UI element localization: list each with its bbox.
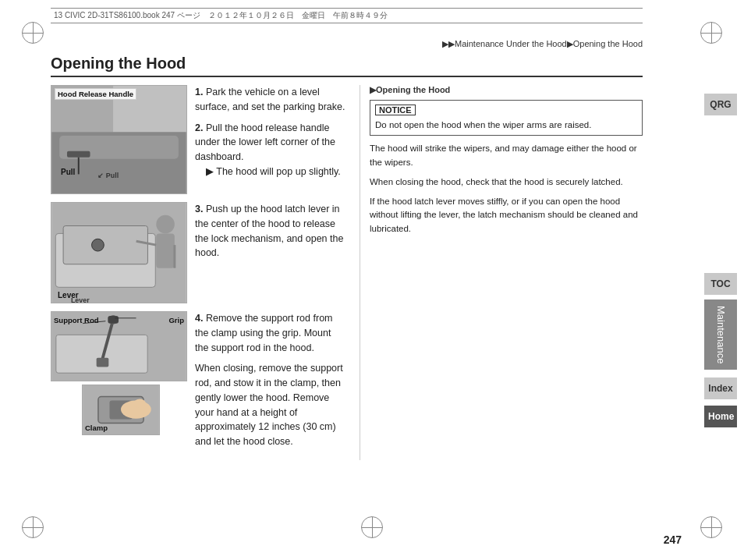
page-number: 247 [664, 533, 682, 546]
support-rod-label: Support Rod [54, 316, 99, 324]
svg-rect-3 [67, 151, 90, 158]
corner-crosshair-tl [22, 22, 44, 44]
svg-point-15 [92, 239, 105, 251]
nav-toc-button[interactable]: TOC [704, 273, 737, 295]
support-rod-images: Support Rod Grip [51, 311, 187, 455]
file-metadata: 13 CIVIC 2D-31TS86100.book 247 ページ ２０１２年… [51, 8, 643, 23]
grip-label: Grip [168, 316, 184, 324]
svg-text:↙ Pull: ↙ Pull [97, 172, 119, 179]
steps-4-block: 4. Remove the support rod from the clamp… [195, 311, 347, 455]
section-row-3: Support Rod Grip [51, 311, 347, 455]
svg-point-11 [156, 215, 175, 234]
lever-label: Lever [58, 291, 79, 299]
step-3-block: 3. Push up the hood latch lever in the c… [195, 202, 347, 307]
side-navigation: QRG TOC Maintenance Index Home [697, 0, 744, 560]
section-row-1: ↙ Pull Hood Release Handle Pull 1. Park … [51, 85, 347, 197]
support-rod-main-image: Support Rod Grip [51, 311, 187, 381]
right-text-3: If the hood latch lever moves stiffly, o… [370, 195, 643, 236]
closing-text: When closing, remove the support rod, an… [195, 361, 347, 449]
lever-image: Lever Lever [51, 202, 187, 303]
notice-box: NOTICE Do not open the hood when the wip… [370, 100, 643, 136]
section-row-2: Lever Lever 3. Push up the hood latch le… [51, 202, 347, 307]
lever-svg: Lever [51, 203, 186, 303]
nav-qrg-button[interactable]: QRG [704, 94, 737, 115]
right-section-title: ▶Opening the Hood [370, 85, 643, 95]
right-text-2: When closing the hood, check that the ho… [370, 175, 643, 189]
right-text-1: The hood will strike the wipers, and may… [370, 142, 643, 169]
notice-text: Do not open the hood when the wiper arms… [375, 119, 637, 132]
svg-point-29 [133, 399, 146, 408]
step-1: 1. Park the vehicle on a level surface, … [195, 85, 347, 115]
svg-rect-21 [108, 316, 119, 324]
svg-rect-18 [56, 335, 147, 373]
clamp-image: Clamp [82, 385, 160, 435]
steps-1-2: 1. Park the vehicle on a level surface, … [195, 85, 347, 197]
clamp-label: Clamp [85, 424, 108, 432]
hood-release-image: ↙ Pull Hood Release Handle Pull [51, 85, 187, 194]
hood-release-label: Hood Release Handle [55, 88, 136, 100]
step-2: 2. Pull the hood release handle under th… [195, 121, 347, 179]
page-title: Opening the Hood [51, 55, 643, 77]
step-3: 3. Push up the hood latch lever in the c… [195, 202, 347, 261]
notice-label: NOTICE [375, 105, 416, 115]
left-column: ↙ Pull Hood Release Handle Pull 1. Park … [51, 85, 347, 460]
corner-crosshair-bl [22, 516, 44, 538]
svg-rect-10 [63, 226, 147, 264]
step-4: 4. Remove the support rod from the clamp… [195, 311, 347, 355]
right-column: ▶Opening the Hood NOTICE Do not open the… [360, 85, 643, 460]
pull-label: Pull [61, 168, 75, 176]
svg-rect-22 [97, 358, 109, 367]
nav-home-button[interactable]: Home [704, 406, 737, 427]
svg-rect-12 [156, 233, 175, 268]
hood-release-svg: ↙ Pull [51, 86, 186, 193]
nav-index-button[interactable]: Index [704, 377, 737, 399]
nav-maintenance-button[interactable]: Maintenance [704, 299, 737, 370]
content-columns: ↙ Pull Hood Release Handle Pull 1. Park … [51, 85, 643, 460]
main-content: Opening the Hood [51, 31, 643, 521]
